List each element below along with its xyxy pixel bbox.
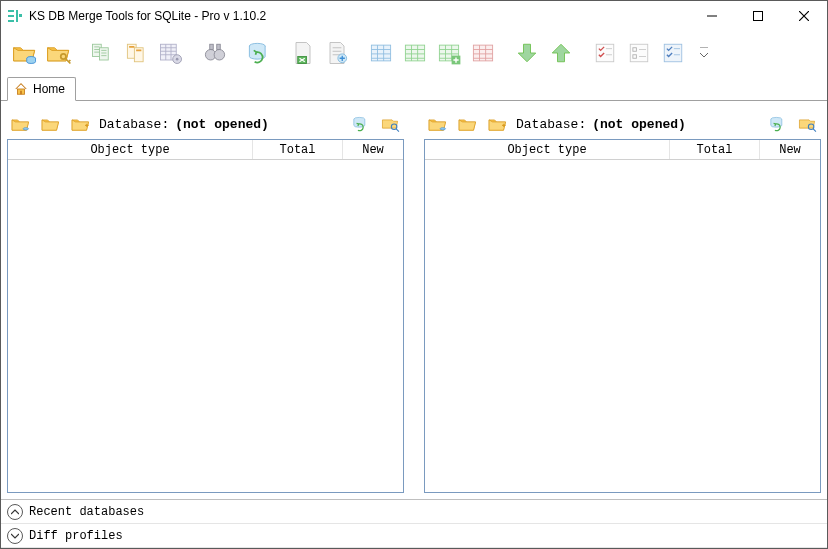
main-area: Database: (not opened) xyxy=(1,101,827,548)
svg-rect-5 xyxy=(754,12,763,21)
left-col-object-type[interactable]: Object type xyxy=(8,140,253,159)
left-pane-header: Database: (not opened) xyxy=(7,109,404,139)
svg-rect-0 xyxy=(8,10,14,12)
svg-point-18 xyxy=(214,50,225,61)
maximize-button[interactable] xyxy=(735,1,781,31)
svg-rect-2 xyxy=(8,20,14,22)
minimize-button[interactable] xyxy=(689,1,735,31)
merge-down-icon[interactable] xyxy=(511,37,543,69)
compare-settings-icon[interactable] xyxy=(155,37,187,69)
attach-db-left-icon[interactable] xyxy=(69,112,93,136)
close-button[interactable] xyxy=(781,1,827,31)
search-left-icon[interactable] xyxy=(378,112,402,136)
tabstrip: Home xyxy=(1,75,827,101)
svg-rect-4 xyxy=(19,14,22,17)
open-database-key-icon[interactable] xyxy=(43,37,75,69)
table-green-icon[interactable] xyxy=(399,37,431,69)
table-green-add-icon[interactable] xyxy=(433,37,465,69)
svg-point-39 xyxy=(440,128,446,130)
svg-rect-33 xyxy=(664,44,682,62)
refresh-right-icon[interactable] xyxy=(765,112,789,136)
toolbar-overflow-button[interactable] xyxy=(697,37,711,69)
right-db-label: Database: xyxy=(516,117,586,132)
compare-selected-icon[interactable] xyxy=(121,37,153,69)
compare-list-icon[interactable] xyxy=(87,37,119,69)
binoculars-icon[interactable] xyxy=(199,37,231,69)
merge-up-icon[interactable] xyxy=(545,37,577,69)
diff-profiles-expander[interactable]: Diff profiles xyxy=(1,524,827,548)
right-pane-header: Database: (not opened) xyxy=(424,109,821,139)
left-grid: Object type Total New xyxy=(7,139,404,493)
checklist-blue-icon[interactable] xyxy=(657,37,689,69)
main-toolbar xyxy=(1,31,827,75)
window-title: KS DB Merge Tools for SQLite - Pro v 1.1… xyxy=(29,9,266,23)
svg-rect-30 xyxy=(630,44,648,62)
svg-point-16 xyxy=(176,58,179,61)
svg-rect-9 xyxy=(100,48,109,60)
right-col-new[interactable]: New xyxy=(760,140,820,159)
refresh-left-icon[interactable] xyxy=(348,112,372,136)
svg-rect-19 xyxy=(210,44,214,49)
diff-profiles-label: Diff profiles xyxy=(29,529,123,543)
open-db-left-icon[interactable] xyxy=(9,112,33,136)
svg-rect-20 xyxy=(217,44,221,49)
table-blue-icon[interactable] xyxy=(365,37,397,69)
svg-rect-29 xyxy=(596,44,614,62)
left-grid-body xyxy=(8,160,403,492)
chevron-down-icon xyxy=(7,528,23,544)
checklist-red-icon[interactable] xyxy=(589,37,621,69)
bottom-expanders: Recent databases Diff profiles xyxy=(1,499,827,548)
right-grid-body xyxy=(425,160,820,492)
recent-db-right-icon[interactable] xyxy=(456,112,480,136)
right-grid: Object type Total New xyxy=(424,139,821,493)
table-red-icon[interactable] xyxy=(467,37,499,69)
sync-database-icon[interactable] xyxy=(243,37,275,69)
left-col-total[interactable]: Total xyxy=(253,140,343,159)
app-icon xyxy=(7,8,23,24)
export-document-icon[interactable] xyxy=(321,37,353,69)
svg-rect-35 xyxy=(20,91,22,95)
svg-rect-1 xyxy=(8,15,14,17)
left-pane: Database: (not opened) xyxy=(7,109,404,493)
left-col-new[interactable]: New xyxy=(343,140,403,159)
right-pane: Database: (not opened) xyxy=(424,109,821,493)
open-db-right-icon[interactable] xyxy=(426,112,450,136)
checklist-plain-icon[interactable] xyxy=(623,37,655,69)
export-excel-icon[interactable] xyxy=(287,37,319,69)
svg-rect-13 xyxy=(136,50,141,52)
window-controls xyxy=(689,1,827,31)
svg-rect-12 xyxy=(129,46,134,48)
left-db-status: (not opened) xyxy=(175,117,269,132)
search-right-icon[interactable] xyxy=(795,112,819,136)
open-database-icon[interactable] xyxy=(9,37,41,69)
titlebar: KS DB Merge Tools for SQLite - Pro v 1.1… xyxy=(1,1,827,31)
tab-home[interactable]: Home xyxy=(7,77,76,101)
right-col-total[interactable]: Total xyxy=(670,140,760,159)
recent-databases-label: Recent databases xyxy=(29,505,144,519)
tab-home-label: Home xyxy=(33,82,65,96)
chevron-up-icon xyxy=(7,504,23,520)
attach-db-right-icon[interactable] xyxy=(486,112,510,136)
left-db-label: Database: xyxy=(99,117,169,132)
recent-db-left-icon[interactable] xyxy=(39,112,63,136)
svg-rect-3 xyxy=(16,10,18,22)
right-db-status: (not opened) xyxy=(592,117,686,132)
right-col-object-type[interactable]: Object type xyxy=(425,140,670,159)
home-icon xyxy=(14,82,28,96)
recent-databases-expander[interactable]: Recent databases xyxy=(1,500,827,524)
svg-point-36 xyxy=(23,128,29,130)
